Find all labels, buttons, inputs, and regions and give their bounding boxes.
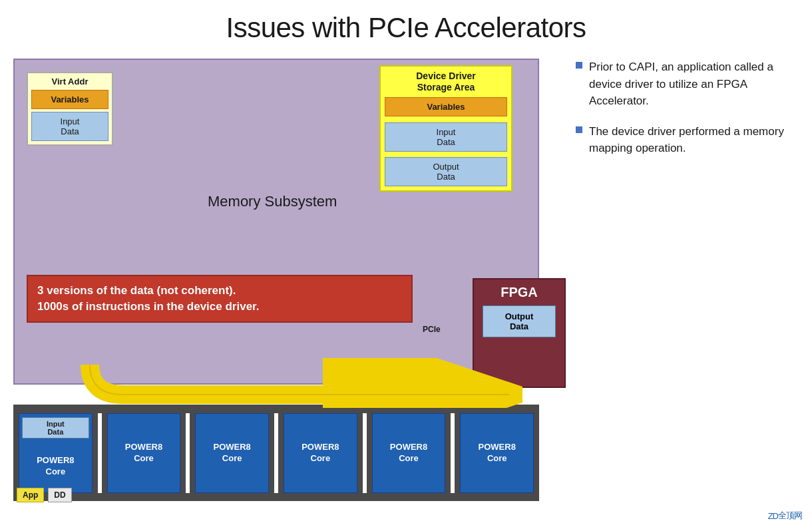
divider-2 (186, 413, 190, 493)
zd-text: ZD (768, 511, 778, 521)
app-label: App (17, 488, 44, 502)
core5-label: POWER8Core (390, 442, 427, 464)
core1-label: POWER8Core (37, 455, 74, 478)
bullet-text-1: Prior to CAPI, an application called a d… (589, 59, 795, 110)
zd-logo: ZD全顶网 (768, 506, 802, 524)
pcie-label: PCIe (423, 325, 441, 334)
divider-1 (98, 413, 102, 493)
warning-box: 3 versions of the data (not coherent). 1… (27, 275, 413, 323)
power8-core-5: POWER8Core (372, 413, 446, 493)
dd-variables: Variables (385, 97, 507, 116)
diagram-area: Memory Subsystem Virt Addr Variables Inp… (7, 52, 566, 511)
fpga-output-data: OutputData (483, 305, 556, 337)
dd-storage-box: Device DriverStorage Area Variables Inpu… (379, 65, 512, 192)
slide-body: Memory Subsystem Virt Addr Variables Inp… (0, 52, 812, 528)
core4-label: POWER8Core (302, 442, 339, 464)
virt-addr-label: Virt Addr (31, 77, 108, 87)
slide-title: Issues with PCIe Accelerators (0, 0, 812, 52)
virt-addr-box: Virt Addr Variables InputData (27, 72, 113, 146)
core1-input-data: InputData (22, 417, 89, 439)
bottom-labels: App DD (17, 488, 72, 502)
core6-label: POWER8Core (479, 442, 516, 464)
bullet-icon-2 (576, 126, 582, 133)
dd-input-data: InputData (385, 122, 507, 152)
dd-abbr-label: DD (48, 488, 71, 502)
warning-text: 3 versions of the data (not coherent). 1… (37, 283, 402, 315)
processor-row: InputData POWER8Core POWER8Core POWER8Co… (13, 405, 539, 501)
core3-label: POWER8Core (214, 442, 251, 464)
fpga-label: FPGA (501, 285, 538, 300)
bullet-icon-1 (576, 62, 582, 69)
right-panel: Prior to CAPI, an application called a d… (566, 52, 805, 528)
divider-3 (274, 413, 278, 493)
power8-core-4: POWER8Core (284, 413, 357, 493)
power8-core-6: POWER8Core (460, 413, 534, 493)
power8-core-1: InputData POWER8Core (19, 413, 93, 493)
bullet-item-2: The device driver performed a memory map… (576, 123, 795, 157)
zd-sub: 全顶网 (778, 510, 802, 520)
yellow-arrow (57, 358, 522, 408)
memory-subsystem-label: Memory Subsystem (208, 193, 337, 210)
warning-line1: 3 versions of the data (not coherent). (37, 284, 236, 297)
power8-core-3: POWER8Core (195, 413, 269, 493)
virt-addr-input-data: InputData (31, 112, 108, 141)
virt-addr-variables: Variables (31, 90, 108, 109)
warning-line2: 1000s of instructions in the device driv… (37, 300, 260, 313)
dd-output-data: OutputData (385, 157, 507, 186)
bullet-item-1: Prior to CAPI, an application called a d… (576, 59, 795, 110)
bullet-text-2: The device driver performed a memory map… (589, 123, 795, 157)
divider-4 (363, 413, 367, 493)
divider-5 (451, 413, 455, 493)
core2-label: POWER8Core (125, 442, 162, 464)
power8-core-2: POWER8Core (107, 413, 181, 493)
dd-storage-label: Device DriverStorage Area (385, 71, 507, 93)
